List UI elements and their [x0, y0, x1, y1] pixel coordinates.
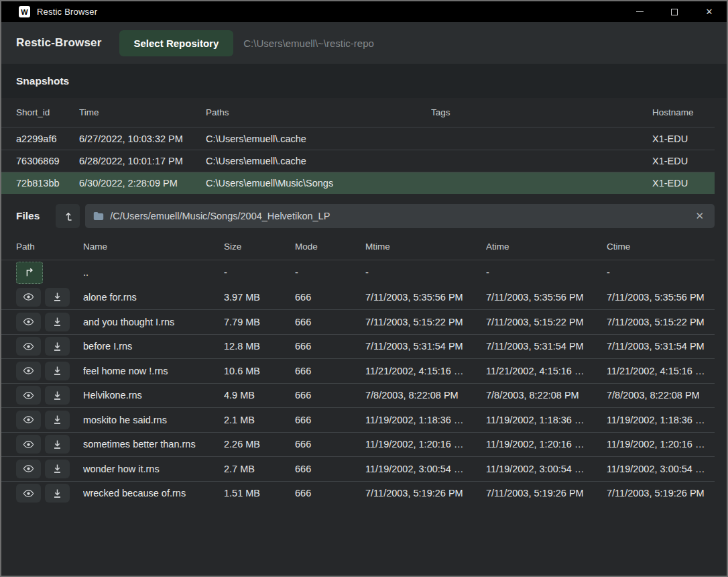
download-file-button[interactable]: [45, 337, 70, 356]
download-icon: [52, 317, 62, 327]
preview-file-button[interactable]: [16, 386, 41, 405]
column-header-short-id[interactable]: Short_id: [16, 107, 79, 117]
minimize-icon: [636, 11, 644, 12]
maximize-button[interactable]: [657, 1, 692, 22]
file-mode: -: [295, 267, 365, 278]
file-mode: 666: [295, 464, 365, 474]
file-mtime: 11/19/2002, 3:00:54 …: [365, 464, 486, 474]
file-ctime: 11/19/2002, 1:18:36 …: [607, 415, 715, 425]
maximize-icon: [671, 9, 678, 15]
preview-file-button[interactable]: [16, 460, 41, 478]
snapshot-paths: C:\Users\emuell\.cache: [206, 134, 431, 144]
file-size: 4.9 MB: [224, 390, 295, 401]
download-file-button[interactable]: [45, 460, 70, 478]
column-header-ctime[interactable]: Ctime: [607, 242, 715, 252]
file-ctime: 11/21/2002, 4:15:16 …: [607, 366, 715, 376]
column-header-paths[interactable]: Paths: [206, 107, 431, 117]
preview-file-button[interactable]: [16, 362, 41, 380]
column-header-size[interactable]: Size: [224, 242, 295, 252]
file-row[interactable]: feel home now !.rns 10.6 MB 666 11/21/20…: [1, 358, 715, 383]
column-header-time[interactable]: Time: [79, 107, 206, 117]
download-file-button[interactable]: [45, 484, 70, 503]
download-file-button[interactable]: [45, 288, 70, 307]
preview-file-button[interactable]: [16, 313, 41, 331]
file-mode: 666: [295, 317, 365, 327]
column-header-path[interactable]: Path: [16, 242, 83, 252]
snapshot-row[interactable]: 76306869 6/28/2022, 10:01:17 PM C:\Users…: [1, 150, 715, 172]
repository-path: C:\Users\emuell\~\restic-repo: [243, 38, 374, 49]
file-mode: 666: [295, 366, 365, 376]
file-row[interactable]: wonder how it.rns 2.7 MB 666 11/19/2002,…: [1, 456, 715, 481]
file-mtime: 7/11/2003, 5:31:54 PM: [365, 341, 486, 352]
select-repository-button[interactable]: Select Repository: [119, 30, 234, 56]
preview-file-button[interactable]: [16, 484, 41, 503]
preview-file-button[interactable]: [16, 435, 41, 454]
window-controls: ✕: [622, 1, 727, 22]
eye-icon: [23, 317, 34, 326]
file-size: 10.6 MB: [224, 366, 295, 376]
column-header-atime[interactable]: Atime: [486, 242, 607, 252]
file-row[interactable]: alone for.rns 3.97 MB 666 7/11/2003, 5:3…: [1, 285, 715, 310]
minimize-button[interactable]: [622, 1, 657, 22]
preview-file-button[interactable]: [16, 288, 41, 307]
snapshot-short-id: 72b813bb: [16, 178, 79, 189]
preview-file-button[interactable]: [16, 411, 41, 429]
file-name: sometimes better than.rns: [83, 439, 224, 450]
download-file-button[interactable]: [45, 435, 70, 454]
file-row[interactable]: before I.rns 12.8 MB 666 7/11/2003, 5:31…: [1, 334, 715, 359]
file-row[interactable]: sometimes better than.rns 2.26 MB 666 11…: [1, 432, 715, 457]
up-level-icon: [62, 211, 74, 222]
file-path-bar[interactable]: /C/Users/emuell/Music/Songs/2004_Helveti…: [85, 204, 715, 228]
files-table-body: alone for.rns 3.97 MB 666 7/11/2003, 5:3…: [1, 285, 727, 506]
download-icon: [52, 439, 62, 450]
column-header-tags[interactable]: Tags: [431, 107, 652, 117]
app-icon: W: [19, 6, 30, 17]
snapshot-short-id: a2299af6: [16, 134, 79, 144]
folder-icon: [93, 211, 104, 221]
download-file-button[interactable]: [45, 362, 70, 380]
file-ctime: 11/19/2002, 3:00:54 …: [607, 464, 715, 474]
empty-area: [1, 505, 727, 576]
file-ctime: 7/11/2003, 5:35:56 PM: [607, 292, 715, 303]
snapshot-paths: C:\Users\emuell\.cache: [206, 156, 431, 166]
up-level-button[interactable]: [56, 204, 80, 228]
file-path-value: /C/Users/emuell/Music/Songs/2004_Helveti…: [110, 211, 692, 221]
file-mode: 666: [295, 488, 365, 499]
file-atime: 7/11/2003, 5:35:56 PM: [486, 292, 607, 303]
file-ctime: 7/8/2003, 8:22:08 PM: [607, 390, 715, 401]
file-row[interactable]: wrecked because of.rns 1.51 MB 666 7/11/…: [1, 481, 715, 506]
download-icon: [52, 366, 62, 376]
eye-icon: [23, 415, 34, 424]
parent-dir-button[interactable]: [16, 262, 43, 284]
file-name: feel home now !.rns: [83, 366, 224, 376]
file-name: ..: [83, 267, 224, 278]
file-mtime: 7/8/2003, 8:22:08 PM: [365, 390, 486, 401]
file-name: alone for.rns: [83, 292, 224, 303]
file-row[interactable]: and you thought I.rns 7.79 MB 666 7/11/2…: [1, 309, 715, 334]
column-header-mtime[interactable]: Mtime: [365, 242, 486, 252]
column-header-hostname[interactable]: Hostname: [652, 107, 715, 117]
clear-path-button[interactable]: ✕: [692, 209, 707, 223]
download-file-button[interactable]: [45, 386, 70, 405]
snapshot-row[interactable]: a2299af6 6/27/2022, 10:03:32 PM C:\Users…: [1, 127, 715, 150]
eye-icon: [23, 464, 34, 473]
file-mtime: 11/19/2002, 1:20:16 …: [365, 439, 486, 450]
file-mode: 666: [295, 439, 365, 450]
file-row[interactable]: moskito he said.rns 2.1 MB 666 11/19/200…: [1, 407, 715, 432]
snapshot-hostname: X1-EDU: [652, 156, 715, 166]
eye-icon: [23, 342, 34, 351]
close-button[interactable]: ✕: [692, 1, 727, 22]
download-file-button[interactable]: [45, 313, 70, 331]
files-table-header: Path Name Size Mode Mtime Atime Ctime: [1, 233, 715, 260]
column-header-mode[interactable]: Mode: [295, 242, 365, 252]
file-atime: 7/11/2003, 5:31:54 PM: [486, 341, 607, 352]
file-row[interactable]: Helvikone.rns 4.9 MB 666 7/8/2003, 8:22:…: [1, 383, 715, 408]
column-header-name[interactable]: Name: [83, 242, 224, 252]
file-atime: 11/21/2002, 4:15:16 …: [486, 366, 607, 376]
download-icon: [52, 464, 62, 474]
snapshot-row[interactable]: 72b813bb 6/30/2022, 2:28:09 PM C:\Users\…: [1, 172, 715, 194]
preview-file-button[interactable]: [16, 337, 41, 356]
parent-dir-row[interactable]: .. - - - - -: [1, 260, 715, 285]
eye-icon: [23, 489, 34, 498]
download-file-button[interactable]: [45, 411, 70, 429]
